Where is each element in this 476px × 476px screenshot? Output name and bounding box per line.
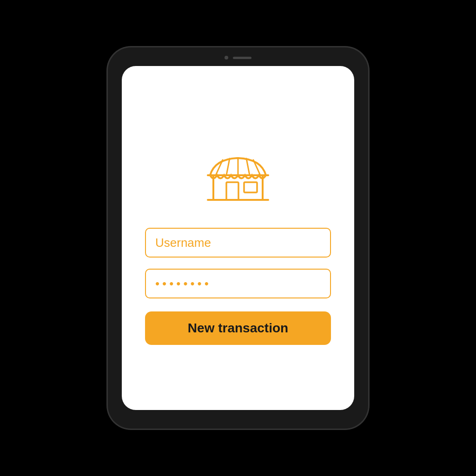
username-input[interactable] <box>145 228 331 258</box>
new-transaction-button[interactable]: New transaction <box>145 311 331 345</box>
camera-dot <box>225 56 228 60</box>
speaker-bar <box>233 57 251 59</box>
svg-rect-3 <box>244 182 257 192</box>
store-icon <box>198 131 278 212</box>
svg-rect-2 <box>226 182 238 200</box>
tablet-device: New transaction <box>108 47 368 429</box>
svg-line-7 <box>246 159 250 175</box>
password-input[interactable] <box>145 269 331 298</box>
svg-line-5 <box>226 159 230 175</box>
tablet-camera-area <box>225 56 251 60</box>
tablet-screen: New transaction <box>122 66 354 410</box>
